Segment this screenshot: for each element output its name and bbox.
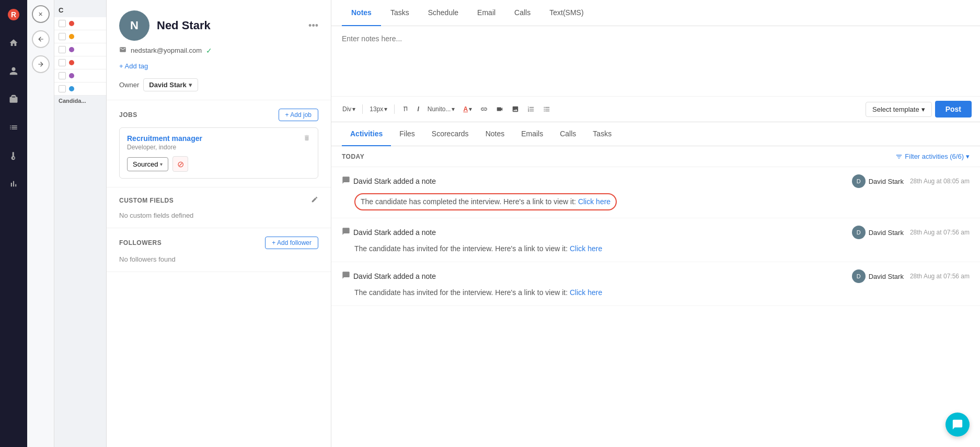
chat-icon-2 bbox=[342, 227, 350, 238]
chart-icon[interactable] bbox=[4, 174, 23, 193]
color-button[interactable]: A ▾ bbox=[460, 104, 475, 114]
activity-author-2: David Stark added a note bbox=[353, 228, 436, 237]
tab-scorecards[interactable]: Scorecards bbox=[423, 122, 477, 146]
panel-controls: × bbox=[27, 0, 54, 447]
notes-input[interactable] bbox=[331, 26, 980, 94]
font-chevron-icon: ▾ bbox=[452, 105, 455, 113]
forward-button[interactable] bbox=[32, 55, 50, 73]
add-tag-button[interactable]: + Add tag bbox=[119, 60, 148, 72]
format-label: Div bbox=[342, 105, 351, 113]
activity-author-3: David Stark added a note bbox=[353, 272, 436, 280]
chat-fab-button[interactable] bbox=[946, 413, 970, 437]
close-button[interactable]: × bbox=[32, 5, 50, 23]
color-chevron-icon: ▾ bbox=[469, 105, 472, 113]
user-avatar-1: D bbox=[852, 174, 866, 188]
format-dropdown[interactable]: Div ▾ bbox=[340, 104, 358, 114]
activity-time-3: 28th Aug at 07:56 am bbox=[910, 273, 970, 280]
delete-job-button[interactable] bbox=[303, 134, 310, 144]
highlighted-content-1: The candidate has completed the intervie… bbox=[354, 193, 617, 210]
font-dropdown[interactable]: Nunito... ▾ bbox=[425, 104, 458, 114]
activity-text-2: The candidate has invited for the interv… bbox=[354, 244, 570, 253]
today-header: TODAY Filter activities (6/6) ▾ bbox=[331, 146, 980, 167]
paragraph-button[interactable] bbox=[399, 104, 411, 114]
owner-dropdown[interactable]: David Stark ▾ bbox=[143, 78, 198, 91]
tab-textsms[interactable]: Text(SMS) bbox=[540, 0, 593, 26]
activity-item-1: David Stark added a note D David Stark 2… bbox=[331, 167, 980, 218]
unordered-list-button[interactable] bbox=[540, 104, 553, 114]
tab-activities[interactable]: Activities bbox=[342, 122, 391, 146]
click-here-link-3[interactable]: Click here bbox=[570, 288, 602, 297]
sourced-dropdown[interactable]: Sourced ▾ bbox=[127, 157, 168, 171]
tab-email[interactable]: Email bbox=[468, 0, 505, 26]
post-button[interactable]: Post bbox=[935, 101, 972, 117]
activity-item-2: David Stark added a note D David Stark 2… bbox=[331, 218, 980, 262]
tab-calls[interactable]: Calls bbox=[505, 0, 540, 26]
job-title[interactable]: Recruitment manager bbox=[127, 134, 202, 143]
activity-content-3: The candidate has invited for the interv… bbox=[342, 287, 970, 298]
tab-tasks-activity[interactable]: Tasks bbox=[584, 122, 620, 146]
link-button[interactable] bbox=[478, 104, 490, 114]
profile-header: N Ned Stark ••• nedstark@yopmail.com ✓ +… bbox=[107, 0, 331, 100]
followers-empty: No followers found bbox=[119, 255, 318, 263]
filter-activities-label: Filter activities (6/6) bbox=[905, 152, 964, 160]
italic-button[interactable]: I bbox=[414, 104, 421, 114]
briefcase-icon[interactable] bbox=[4, 90, 23, 109]
sourced-chevron-icon: ▾ bbox=[160, 161, 163, 167]
activity-item-3: David Stark added a note D David Stark 2… bbox=[331, 262, 980, 306]
size-dropdown[interactable]: 13px ▾ bbox=[367, 104, 390, 114]
more-options-button[interactable]: ••• bbox=[308, 20, 318, 31]
logo-icon[interactable]: R bbox=[4, 5, 23, 24]
owner-label: Owner bbox=[119, 81, 139, 89]
select-template-label: Select template bbox=[872, 105, 919, 113]
list-item[interactable] bbox=[54, 56, 106, 69]
candidate-email: nedstark@yopmail.com bbox=[131, 46, 202, 54]
right-panel: Notes Tasks Schedule Email Calls Text(SM… bbox=[331, 0, 980, 447]
tab-notes[interactable]: Notes bbox=[342, 0, 381, 26]
tab-emails[interactable]: Emails bbox=[513, 122, 551, 146]
candidate-name: Ned Stark bbox=[157, 19, 211, 32]
activity-content-1: The candidate has completed the intervie… bbox=[342, 192, 970, 210]
verified-badge: ✓ bbox=[206, 46, 212, 55]
back-button[interactable] bbox=[32, 30, 50, 48]
activity-user-2: David Stark bbox=[869, 229, 904, 237]
size-chevron-icon: ▾ bbox=[384, 105, 387, 113]
block-button[interactable]: ⊘ bbox=[172, 156, 188, 172]
image-button[interactable] bbox=[509, 104, 522, 114]
chat-icon-3 bbox=[342, 271, 350, 281]
list-item[interactable] bbox=[54, 30, 106, 43]
list-item[interactable] bbox=[54, 43, 106, 56]
size-label: 13px bbox=[370, 105, 383, 113]
tab-files[interactable]: Files bbox=[391, 122, 423, 146]
list-item[interactable] bbox=[54, 83, 106, 96]
flask-icon[interactable] bbox=[4, 146, 23, 165]
user-avatar-2: D bbox=[852, 226, 866, 239]
click-here-link-1[interactable]: Click here bbox=[578, 197, 610, 206]
select-template-chevron-icon: ▾ bbox=[921, 105, 925, 113]
activity-time-2: 28th Aug at 07:56 am bbox=[910, 229, 970, 236]
list-item[interactable] bbox=[54, 69, 106, 83]
tab-notes-activity[interactable]: Notes bbox=[477, 122, 513, 146]
filter-activities-button[interactable]: Filter activities (6/6) ▾ bbox=[895, 152, 970, 160]
toolbar-divider bbox=[362, 104, 363, 114]
list-icon[interactable] bbox=[4, 118, 23, 137]
home-icon[interactable] bbox=[4, 33, 23, 52]
list-item[interactable] bbox=[54, 17, 106, 30]
ordered-list-button[interactable] bbox=[525, 104, 537, 114]
click-here-link-2[interactable]: Click here bbox=[570, 244, 602, 253]
activity-content-2: The candidate has invited for the interv… bbox=[342, 243, 970, 254]
edit-custom-fields-button[interactable] bbox=[311, 196, 318, 205]
add-job-button[interactable]: + Add job bbox=[279, 109, 318, 121]
list-header: C bbox=[54, 0, 106, 17]
video-button[interactable] bbox=[493, 104, 506, 114]
jobs-section: JOBS + Add job Recruitment manager Devel… bbox=[107, 100, 331, 187]
person-icon[interactable] bbox=[4, 62, 23, 80]
tab-tasks[interactable]: Tasks bbox=[381, 0, 419, 26]
svg-text:R: R bbox=[11, 10, 16, 19]
select-template-button[interactable]: Select template ▾ bbox=[866, 102, 932, 117]
email-icon bbox=[119, 46, 126, 55]
custom-fields-section: CUSTOM FIELDS No custom fields defined bbox=[107, 187, 331, 228]
add-follower-button[interactable]: + Add follower bbox=[265, 237, 318, 249]
tab-calls-activity[interactable]: Calls bbox=[551, 122, 584, 146]
tab-schedule[interactable]: Schedule bbox=[419, 0, 468, 26]
activity-time-1: 28th Aug at 08:05 am bbox=[910, 178, 970, 185]
